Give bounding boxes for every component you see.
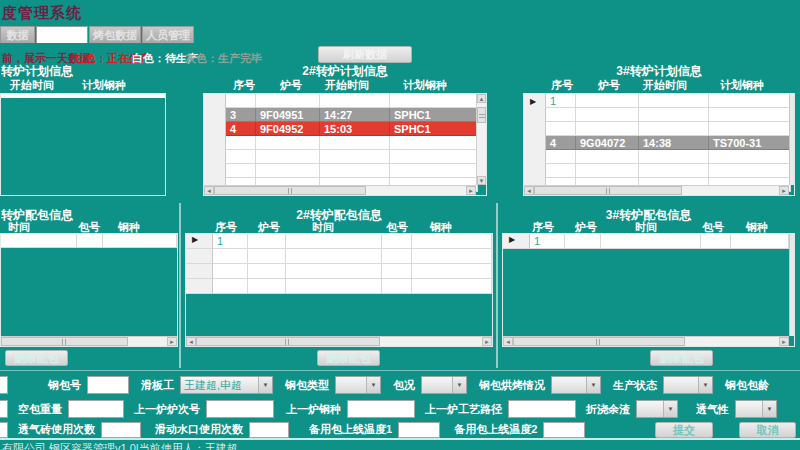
slide-worker-select[interactable]: 王建超,申超 ▼	[180, 376, 273, 394]
h-scrollbar[interactable]: ◄ ►	[503, 336, 789, 346]
table-row[interactable]	[226, 150, 487, 164]
h-scrollbar[interactable]: ◄ ►	[204, 185, 476, 195]
scroll-left-icon[interactable]: ◄	[204, 186, 214, 195]
table-cell	[709, 150, 791, 164]
scroll-right-icon[interactable]: ►	[482, 337, 492, 346]
scrollbar-thumb[interactable]	[477, 107, 486, 123]
scroll-right-icon[interactable]: ►	[779, 186, 789, 195]
scrollbar-thumb[interactable]	[196, 337, 380, 346]
delete-alloc-button-3[interactable]: 删除配包	[650, 350, 713, 366]
permeability-select[interactable]: ▼	[735, 400, 777, 418]
table-row[interactable]	[186, 279, 492, 294]
chevron-down-icon[interactable]: ▼	[698, 377, 712, 393]
table-row[interactable]: 39F0495114:27SPHC1	[226, 108, 487, 122]
scroll-left-icon[interactable]: ◄	[524, 186, 534, 195]
scroll-left-icon[interactable]: ◄	[186, 337, 196, 346]
chevron-down-icon[interactable]: ▼	[366, 377, 380, 393]
table-row[interactable]: 49F0495215:03SPHC1	[226, 122, 487, 136]
chevron-down-icon[interactable]: ▼	[663, 401, 677, 417]
backup-temp2-input[interactable]	[543, 422, 585, 438]
chevron-down-icon[interactable]: ▼	[452, 377, 466, 393]
prev-heat-no-input[interactable]	[206, 400, 274, 418]
refresh-data-button[interactable]: 刷新数据	[318, 46, 412, 63]
scroll-left-icon[interactable]: ◄	[503, 337, 513, 346]
h-scrollbar[interactable]: ◄ ►	[186, 336, 492, 346]
bake-status-select[interactable]: ▼	[551, 376, 601, 394]
alloc-table-1-grid[interactable]: ►	[0, 233, 178, 347]
v-scrollbar[interactable]	[789, 94, 794, 185]
scroll-right-icon[interactable]: ►	[779, 337, 789, 346]
chevron-down-icon[interactable]: ▼	[586, 377, 600, 393]
h-scrollbar[interactable]: ►	[1, 336, 177, 346]
plan-table-3-grid[interactable]: 149G0407214:38TS700-31▶ ◄ ►	[523, 93, 795, 196]
prev-route-label: 上一炉工艺路径	[425, 402, 502, 417]
form-row-1: 钢包号 滑板工 王建超,申超 ▼ 钢包类型 ▼ 包况 ▼ 钢包烘烤情况 ▼ 生产…	[0, 375, 800, 395]
table-row[interactable]	[1, 234, 177, 248]
chevron-down-icon[interactable]: ▼	[258, 377, 272, 393]
empty-weight-input[interactable]	[68, 400, 124, 418]
porous-brick-count-input[interactable]	[101, 422, 141, 438]
tab-data[interactable]: 数据	[0, 26, 35, 43]
tab-bake-data[interactable]: 烤包数据	[89, 26, 141, 43]
cut-input[interactable]	[0, 400, 8, 418]
scrollbar-thumb[interactable]	[214, 186, 366, 195]
scroll-right-icon[interactable]: ►	[466, 186, 476, 195]
table-row[interactable]	[546, 164, 795, 178]
scroll-up-icon[interactable]: ▲	[477, 94, 486, 103]
table-row[interactable]: ▶1	[503, 234, 794, 249]
plan-table-1-grid[interactable]	[0, 93, 166, 196]
table-cell	[390, 94, 478, 108]
submit-button[interactable]: 提交	[655, 422, 713, 438]
delete-alloc-button-1[interactable]: 删除配包	[5, 350, 68, 366]
cancel-button[interactable]: 取消	[739, 422, 796, 438]
v-scrollbar[interactable]	[789, 234, 794, 336]
ladle-condition-select[interactable]: ▼	[421, 376, 467, 394]
ladle-type-select[interactable]: ▼	[335, 376, 381, 394]
scroll-down-icon[interactable]: ▼	[477, 176, 486, 185]
alloc-table-3-grid[interactable]: ▶1 ◄ ►	[502, 233, 795, 347]
table-row[interactable]	[226, 164, 487, 178]
slide-nozzle-count-input[interactable]	[249, 422, 289, 438]
cut-input[interactable]	[0, 422, 8, 438]
table-row[interactable]	[186, 249, 492, 264]
row-header-cell[interactable]: ▶	[186, 234, 213, 249]
table-row[interactable]: ▶1	[186, 234, 492, 249]
table-cell	[382, 279, 412, 294]
delete-alloc-button-2[interactable]: 删除配包	[317, 350, 380, 366]
scroll-right-icon[interactable]: ►	[167, 337, 177, 346]
alloc-table-2-grid[interactable]: ▶1 ◄ ►	[185, 233, 493, 347]
table-cell	[248, 234, 286, 249]
table-row[interactable]	[226, 94, 487, 108]
v-scrollbar[interactable]: ▲ ▼	[476, 94, 486, 185]
scrollbar-thumb[interactable]	[534, 186, 682, 195]
column-header: 炉号	[280, 78, 302, 93]
table-row[interactable]	[546, 108, 795, 122]
table-cell	[103, 234, 177, 248]
table-row[interactable]	[226, 136, 487, 150]
ladle-no-input[interactable]	[87, 376, 129, 394]
h-scrollbar[interactable]: ◄ ►	[524, 185, 789, 195]
table-row[interactable]	[546, 122, 795, 136]
tab-personnel[interactable]: 人员管理	[142, 26, 194, 43]
tab-active[interactable]	[36, 26, 88, 43]
row-header-cell[interactable]	[186, 264, 213, 279]
row-header-cell[interactable]	[186, 249, 213, 264]
plan-table-2-grid[interactable]: 39F0495114:27SPHC149F0495215:03SPHC1 ▲ ▼…	[203, 93, 487, 196]
cut-input[interactable]	[0, 376, 8, 394]
prev-route-input[interactable]	[508, 400, 576, 418]
scrollbar-thumb[interactable]	[513, 337, 685, 346]
ladle-condition-label: 包况	[393, 378, 415, 393]
prev-steel-input[interactable]	[347, 400, 415, 418]
row-header-cell[interactable]	[186, 279, 213, 294]
row-header-cell[interactable]: ▶	[503, 234, 530, 249]
chevron-down-icon[interactable]: ▼	[762, 401, 776, 417]
table-row[interactable]: 49G0407214:38TS700-31	[546, 136, 795, 150]
residue-select[interactable]: ▼	[636, 400, 678, 418]
tab-bar: 数据 烤包数据 人员管理	[0, 26, 800, 43]
backup-temp1-input[interactable]	[398, 422, 440, 438]
table-row[interactable]: 1	[546, 94, 795, 108]
scrollbar-thumb[interactable]	[1, 337, 128, 346]
production-state-select[interactable]: ▼	[663, 376, 713, 394]
table-row[interactable]	[186, 264, 492, 279]
table-row[interactable]	[546, 150, 795, 164]
